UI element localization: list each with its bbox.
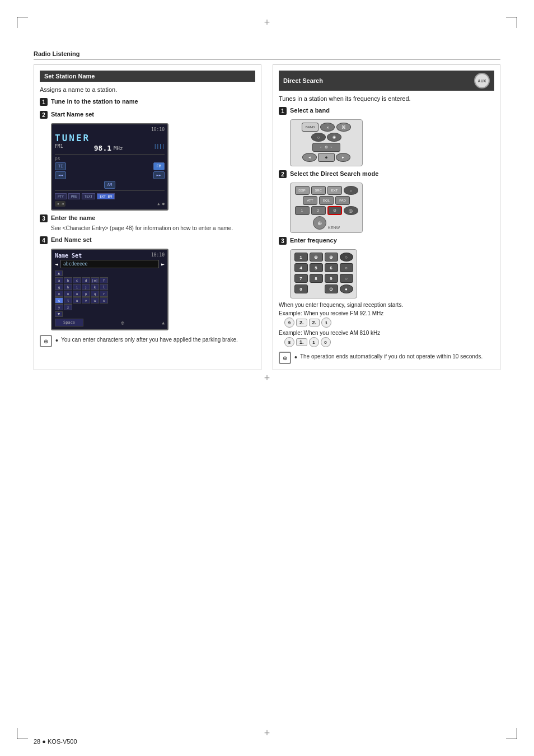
left-bullet: • You can enter characters only after yo… <box>55 337 238 344</box>
kbd-u[interactable]: u <box>73 297 81 304</box>
step-num-4: 4 <box>40 236 48 244</box>
ds-btn-direct[interactable]: ⊙ <box>327 206 342 215</box>
np-6[interactable]: 6 <box>325 263 338 272</box>
aux-icon: AUX <box>474 73 490 88</box>
np-9[interactable]: 9 <box>325 274 338 283</box>
kbd-y[interactable]: y <box>55 304 63 310</box>
tuner-divider1 <box>55 154 165 155</box>
namescreen-left-arrow[interactable]: ◄ <box>55 261 58 267</box>
tuner-freq: 98.1 <box>94 144 111 152</box>
kbd-n[interactable]: n <box>64 291 72 297</box>
kbd-v[interactable]: v <box>82 297 90 304</box>
tuner-tag-text: TEXT <box>82 193 95 199</box>
left-note-text: • You can enter characters only after yo… <box>55 335 238 344</box>
np-r4[interactable]: ● <box>340 284 353 293</box>
namescreen-right-arrow[interactable]: ► <box>161 261 165 267</box>
kbd-f[interactable]: f <box>100 277 108 283</box>
tuner-title: TUNER <box>55 133 165 143</box>
kbd-k[interactable]: k <box>91 284 99 290</box>
namescreen-down-btn[interactable]: ▼ <box>55 311 63 317</box>
kbd-j[interactable]: j <box>82 284 90 290</box>
kbd-z[interactable]: z <box>64 304 72 310</box>
ds-btn5[interactable]: EQL <box>319 196 334 205</box>
ds-btn4[interactable]: ATT <box>303 196 317 205</box>
kbd-c[interactable]: c <box>73 277 81 283</box>
np-5[interactable]: 5 <box>310 263 323 272</box>
tuner-tag-pre: PRE <box>68 193 80 199</box>
step-3: 3 Enter the name See <Character Entry> (… <box>40 214 255 231</box>
tuner-preset: ps <box>55 156 60 161</box>
kbd-l[interactable]: l <box>100 284 108 290</box>
np-7[interactable]: 7 <box>294 274 308 283</box>
tuner-ti-btn[interactable]: TI <box>55 162 66 170</box>
ds-step-1-label: Select a band <box>290 107 330 114</box>
tuner-prev-btn[interactable]: ◄◄ <box>55 171 66 179</box>
kbd-h[interactable]: h <box>64 284 72 290</box>
kbd-a[interactable]: a <box>55 277 63 283</box>
kbd-t[interactable]: t <box>64 297 72 304</box>
np-r1[interactable]: ○ <box>340 263 353 272</box>
fm-btn-2: 2. <box>296 319 307 326</box>
tuner-fm-btn[interactable]: FM <box>153 162 165 170</box>
tuner-am-btn[interactable]: AM <box>104 181 115 189</box>
kbd-e[interactable]: |e| <box>91 277 99 283</box>
remote-symbol1: ✕ <box>320 123 335 132</box>
center-cross-mid <box>264 372 270 384</box>
remote-band-btn[interactable]: BAND <box>302 123 318 132</box>
remote-arrow-left[interactable]: ◄ <box>302 153 317 162</box>
np-vol[interactable]: ○ <box>340 253 353 262</box>
kbd-m[interactable]: m <box>55 291 63 297</box>
left-note-box: ⊕ • You can enter characters only after … <box>40 335 255 347</box>
ds-knob[interactable]: ◎ <box>344 206 358 215</box>
remote-menu-circle[interactable]: ● <box>318 153 335 162</box>
namescreen-up-btn[interactable]: ▲ <box>55 270 63 276</box>
name-set-screen: Name Set 10:10 ◄ abcdeeeee ► ▲ a b <box>51 249 168 330</box>
np-r2[interactable]: ○ <box>340 274 353 283</box>
ds-step-2: 2 Select the Direct Search mode <box>279 170 494 178</box>
kbd-i[interactable]: i <box>73 284 81 290</box>
freq-note: When you enter frequency, signal recepti… <box>279 302 494 308</box>
kbd-g[interactable]: g <box>55 284 63 290</box>
np-4[interactable]: 4 <box>294 263 308 272</box>
np-1[interactable]: 1 <box>294 253 308 262</box>
step-3-label: Enter the name <box>51 214 95 221</box>
fm-example-label: Example: When you receive FM 92.1 MHz <box>279 310 494 316</box>
ds-btn7[interactable]: 1 <box>295 206 310 215</box>
np-r3[interactable]: ⊙ <box>325 284 338 293</box>
fm-btn-1: 1 <box>321 318 331 328</box>
tuner-band: FM1 <box>55 144 63 152</box>
ds-btn2[interactable]: SRC <box>311 186 326 195</box>
np-btn2[interactable]: ⊕ <box>310 253 323 262</box>
np-8[interactable]: 8 <box>310 274 323 283</box>
ds-btn6[interactable]: FAD <box>335 196 350 205</box>
ds-step-2-label: Select the Direct Search mode <box>290 170 378 177</box>
kbd-s[interactable]: s <box>55 297 63 304</box>
kbd-r[interactable]: r <box>100 291 108 297</box>
right-note-text: • The operation ends automatically if yo… <box>294 352 483 361</box>
np-btn3[interactable]: ⊕ <box>325 253 338 262</box>
kbd-w[interactable]: w <box>91 297 99 304</box>
kbd-x[interactable]: x <box>100 297 108 304</box>
remote-row3-btn[interactable]: ← ⊕ → <box>312 143 340 152</box>
ds-btn8[interactable]: 2 <box>311 206 326 215</box>
kbd-o[interactable]: o <box>73 291 81 297</box>
remote-wifi: ⌘ <box>336 123 351 132</box>
namescreen-input-field[interactable]: abcdeeeee <box>60 260 159 268</box>
ds-btn3[interactable]: EXT <box>327 186 342 195</box>
kbd-q[interactable]: q <box>91 291 99 297</box>
tuner-time: 10:10 <box>151 127 165 132</box>
ds-step-3: 3 Enter frequency <box>279 236 494 245</box>
ds-btn1[interactable]: DSP <box>295 186 310 195</box>
step-2-label: Start Name set <box>51 111 94 118</box>
tuner-next-btn[interactable]: ►► <box>153 171 165 179</box>
namescreen-space-btn[interactable]: Space <box>55 319 83 326</box>
ds-kenwood-knob[interactable]: ⊕ <box>313 216 326 230</box>
kbd-b[interactable]: b <box>64 277 72 283</box>
namescreen-bottom-row: Space ⊕ ▲ <box>55 319 165 326</box>
remote-arrow-right[interactable]: ► <box>336 153 350 162</box>
kbd-p[interactable]: p <box>82 291 90 297</box>
ds-vol[interactable]: ○ <box>344 186 358 195</box>
np-0[interactable]: 0 <box>294 284 308 293</box>
kbd-d[interactable]: d <box>82 277 90 283</box>
tuner-tag-extbm: EXT BM <box>97 193 115 199</box>
